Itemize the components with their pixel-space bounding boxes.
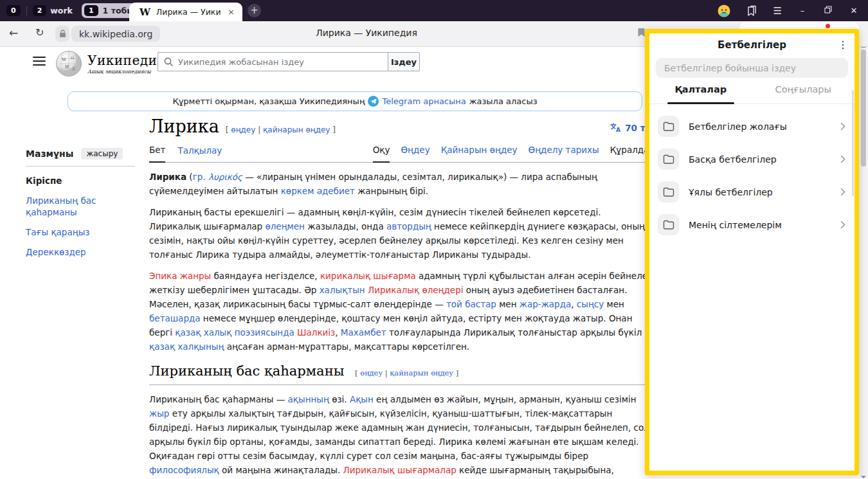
tab-edit[interactable]: Өңдеу	[401, 143, 429, 162]
section-heading: Лириканың бас қаһарманы [ өңдеу | қайнар…	[149, 364, 655, 385]
bookmarks-toolbar-button[interactable]	[746, 5, 758, 17]
red-wikilink[interactable]: Лирикалық өлеңдері	[368, 285, 464, 295]
wikilink[interactable]: өлеңмен	[265, 221, 304, 231]
article-tabs: Бет Талқылау Оқу Өңдеу Қайнарын өңдеу Өң…	[149, 143, 655, 163]
edit-link[interactable]: өңдеу	[231, 125, 255, 134]
reload-button[interactable]: ↻	[35, 26, 44, 39]
language-icon: A	[610, 123, 621, 132]
tab-folders[interactable]: Қалталар	[649, 84, 752, 104]
red-wikilink[interactable]: Лирикалық шығармалар	[343, 465, 457, 475]
bookmarks-search-placeholder: Бетбелгілер бойынша іздеу	[664, 63, 796, 73]
section-edit-source-link[interactable]: қайнарын өңдеу	[390, 368, 453, 377]
back-button[interactable]: ←	[9, 26, 18, 39]
wikilink[interactable]: философиялық	[149, 465, 219, 475]
window-minimize-button[interactable]: –	[797, 6, 808, 15]
text-segment: Лирика	[149, 172, 186, 182]
text-segment: кейде шығарманың тақырыбына,	[457, 465, 614, 475]
bookmarks-search-input[interactable]: Бетбелгілер бойынша іздеу	[656, 58, 848, 78]
wikilink[interactable]: λυρικός	[208, 172, 242, 182]
tab-group-work-badge[interactable]: 2	[33, 5, 47, 16]
section-edit-link[interactable]: өңдеу	[360, 368, 383, 377]
scrollbar-thumb[interactable]	[861, 50, 866, 167]
tab-group-0-badge[interactable]: 0	[6, 5, 21, 16]
wikilink[interactable]: Ақын	[350, 394, 374, 404]
text-segment: жазылады, онда	[305, 221, 386, 231]
tab-edit-source[interactable]: Қайнарын өңдеу	[441, 143, 518, 162]
wikilink[interactable]: көркем әдебиет	[281, 186, 355, 196]
wikilink[interactable]: халықтын	[320, 285, 365, 295]
kebab-menu-icon[interactable]: ⋮	[838, 39, 848, 51]
window-restore-button[interactable]	[823, 6, 833, 15]
profile-avatar[interactable]	[718, 5, 730, 17]
toc-hide-button[interactable]: жасыру	[81, 148, 123, 159]
folder-row-my-links[interactable]: Менің сілтемелерім	[649, 208, 854, 241]
new-tab-button[interactable]: +	[248, 4, 261, 17]
tab-group-work-label[interactable]: work	[50, 6, 73, 15]
red-wikilink[interactable]: Эпика жанры	[149, 271, 211, 281]
wiki-search-button[interactable]: Іздеу	[388, 52, 420, 71]
wikilink[interactable]: той бастар	[446, 299, 496, 309]
browser-window: 0 2 work 1 1 тобы W Лирика — Уикипедия ×…	[0, 0, 868, 479]
toc-item-hero[interactable]: Лириканың бас қаһарманы	[26, 195, 116, 218]
panel-scrollbar-thumb[interactable]	[852, 90, 854, 196]
wikilink[interactable]: ақынның	[288, 394, 329, 404]
site-security-chip[interactable]	[55, 26, 69, 42]
svg-text:W: W	[62, 57, 67, 62]
text-segment: толғауларында Лирикалық толғаныстар арқы…	[386, 327, 642, 338]
wikilink[interactable]: қазақ халық поэзиясында	[175, 327, 294, 338]
wikilink[interactable]: қазақ халқының	[149, 341, 224, 352]
svg-text:И: И	[65, 64, 69, 69]
notification-dot	[826, 24, 830, 28]
url-field[interactable]: kk.wikipedia.org	[71, 26, 160, 42]
banner-text-suffix: жазыла аласыз	[469, 96, 538, 106]
browser-menu-icon[interactable]: ☰	[773, 5, 782, 17]
browser-tab-active[interactable]: W Лирика — Уикипедия ×	[129, 3, 242, 21]
scroll-down-icon[interactable]	[861, 470, 866, 475]
wikilink[interactable]: беташарда	[149, 313, 201, 323]
wiki-search: Уикипедия жобасынан іздеу Іздеу	[158, 52, 420, 71]
text-segment: аңсаған арман-мұраттары, мақсаттары көрс…	[224, 341, 469, 352]
tab-read[interactable]: Оқу	[373, 143, 390, 163]
telegram-channel-link[interactable]: Telegram арнасына	[382, 96, 466, 106]
wikilink[interactable]: сыңсу	[577, 299, 604, 309]
toc-item-see-also[interactable]: Тағы қараңыз	[26, 226, 135, 238]
section-edit-links: [ өңдеу | қайнарын өңдеу ]	[355, 368, 458, 377]
wikilink[interactable]: гр.	[193, 172, 206, 182]
paragraph-2: Лириканың басты ерекшелігі — адамның көң…	[149, 205, 655, 262]
toc-item-intro[interactable]: Кіріспе	[26, 175, 135, 186]
text-segment: өзі.	[329, 394, 350, 404]
text-segment: ой маңына жинақталады.	[219, 465, 343, 475]
tab-close-icon[interactable]: ×	[226, 7, 236, 17]
red-wikilink[interactable]: кирикалық шығарма	[320, 271, 416, 281]
tab-recent[interactable]: Соңғылары	[752, 84, 855, 104]
wiki-main-menu-button[interactable]	[33, 57, 46, 66]
tab-history[interactable]: Өңделу тарихы	[529, 143, 599, 162]
folder-icon	[663, 122, 674, 131]
toc-item-references[interactable]: Дереккөздер	[26, 246, 135, 258]
bookmarks-panel: Бетбелгілер ⋮ Бетбелгілер бойынша іздеу …	[645, 29, 859, 475]
tab-talk[interactable]: Талқылау	[177, 143, 222, 162]
tab-page[interactable]: Бет	[149, 143, 165, 163]
page-scrollbar[interactable]	[859, 35, 868, 479]
wiki-search-input[interactable]: Уикипедия жобасынан іздеу	[158, 52, 388, 71]
folder-label: Ұялы бетбелгілер	[689, 187, 840, 197]
wikipedia-logo[interactable]: W Ω И Д УикипедиЯ Ашық энциклопедиясы	[55, 50, 168, 77]
folder-row-other-bookmarks[interactable]: Басқа бетбелгілер	[649, 143, 854, 176]
folder-row-bookmarks-bar[interactable]: Бетбелгілер жолағы	[649, 110, 854, 143]
wikilink[interactable]: жар-жарда	[520, 299, 572, 309]
red-wikilink[interactable]: Шалкиіз	[297, 327, 335, 338]
folder-label: Басқа бетбелгілер	[689, 154, 840, 165]
window-close-button[interactable]: ✕	[849, 6, 859, 15]
folder-label: Бетбелгілер жолағы	[689, 122, 840, 132]
folder-row-mobile-bookmarks[interactable]: Ұялы бетбелгілер	[649, 176, 854, 208]
wikilink[interactable]: Махамбет	[341, 327, 386, 338]
wikilink[interactable]: автордың	[386, 221, 431, 231]
wordmark-tagline: Ашық энциклопедиясы	[87, 69, 168, 75]
wikilink[interactable]: жыр	[149, 408, 169, 419]
edit-source-link[interactable]: қайнарын өңдеу	[263, 125, 330, 134]
topbar-right-controls: ☰ – ✕	[718, 5, 868, 17]
text-segment: (	[186, 172, 193, 182]
chevron-right-icon	[840, 122, 845, 131]
wiki-search-placeholder: Уикипедия жобасынан іздеу	[178, 57, 304, 67]
svg-text:Ω: Ω	[71, 55, 74, 60]
